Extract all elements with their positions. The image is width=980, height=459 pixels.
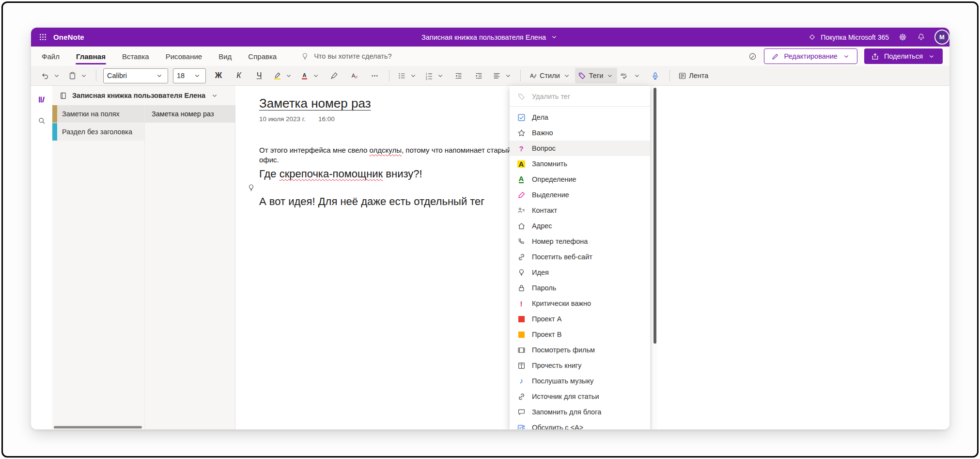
- share-button[interactable]: Поделиться: [864, 48, 943, 64]
- bullet-list-button[interactable]: [394, 68, 420, 83]
- notebook-title-dropdown[interactable]: Записная книжка пользователя Елена: [421, 32, 559, 42]
- ribbon-tab-row: ФайлГлавнаяВставкаРисованиеВидСправка Чт…: [31, 47, 949, 66]
- film-icon: [516, 345, 526, 355]
- section-color-bar: [52, 105, 57, 123]
- scrollbar-thumb[interactable]: [653, 88, 656, 344]
- tell-me-search[interactable]: Что вы хотите сделать?: [300, 51, 391, 61]
- tags-menu-item[interactable]: ?Вопрос: [510, 141, 650, 156]
- section-tab[interactable]: Раздел без заголовка: [52, 123, 144, 141]
- underline-button[interactable]: Ч: [249, 68, 269, 83]
- tags-menu-item-label: Проект A: [532, 315, 561, 323]
- tab-Вид[interactable]: Вид: [218, 51, 233, 62]
- tags-menu-item[interactable]: Важно: [510, 125, 650, 141]
- tags-menu-item-label: Номер телефона: [532, 237, 588, 245]
- dictate-button[interactable]: [645, 68, 665, 83]
- clear-formatting-button[interactable]: А: [344, 68, 364, 83]
- buy-label: Покупка Microsoft 365: [821, 33, 889, 41]
- tags-menu-item-label: Прочесть книгу: [532, 362, 581, 369]
- tags-menu-item[interactable]: Посмотреть фильм: [510, 342, 650, 358]
- tags-menu-list: ДелаВажно?ВопросAЗапомнитьAОпределениеВы…: [510, 110, 650, 429]
- font-size-select[interactable]: 18: [173, 68, 206, 83]
- tags-menu-item[interactable]: Пароль: [510, 280, 650, 296]
- indent-button[interactable]: [469, 68, 488, 83]
- tags-menu-item[interactable]: AЗапомнить: [510, 156, 650, 172]
- feed-icon: [677, 71, 687, 80]
- undo-button[interactable]: [38, 68, 64, 83]
- page-tab[interactable]: Заметка номер раз: [145, 105, 235, 123]
- toolbar-separator: [669, 70, 670, 81]
- spellcheck-button[interactable]: abc: [618, 68, 644, 83]
- numbered-list-button[interactable]: 123: [421, 68, 448, 83]
- buy-microsoft365-button[interactable]: Покупка Microsoft 365: [807, 32, 889, 42]
- page-title[interactable]: Заметка номер раз: [259, 96, 371, 111]
- align-button[interactable]: [489, 68, 515, 83]
- tab-Рисование[interactable]: Рисование: [165, 51, 203, 62]
- account-avatar[interactable]: М: [934, 30, 949, 45]
- tags-menu-item[interactable]: ♪Послушать музыку: [510, 373, 650, 389]
- tags-menu-item[interactable]: Запомнить для блога: [510, 404, 650, 420]
- settings-gear-icon[interactable]: [898, 32, 907, 42]
- tags-menu-item[interactable]: !Критически важно: [510, 296, 650, 311]
- comment-icon: [516, 407, 526, 417]
- feed-button[interactable]: Лента: [675, 68, 711, 83]
- tab-Справка[interactable]: Справка: [247, 51, 278, 62]
- tags-menu-item[interactable]: AОпределение: [510, 172, 650, 187]
- tab-Главная[interactable]: Главная: [75, 51, 107, 62]
- highlighter-icon: [272, 71, 282, 80]
- tags-menu-item[interactable]: Адрес: [510, 218, 650, 234]
- tags-menu-item[interactable]: Идея: [510, 265, 650, 280]
- tags-menu-item-label: Выделение: [532, 191, 569, 199]
- highlighter-button[interactable]: [270, 68, 296, 83]
- definition-letter-icon: A: [516, 174, 526, 184]
- editing-mode-button[interactable]: Редактирование: [764, 48, 857, 64]
- tags-menu-item[interactable]: Проект A: [510, 311, 650, 327]
- tab-Файл[interactable]: Файл: [41, 51, 61, 62]
- styles-button-label: Стили: [540, 72, 560, 79]
- app-launcher-icon[interactable]: [38, 32, 47, 42]
- notifications-bell-icon[interactable]: [916, 32, 926, 42]
- tags-menu-item[interactable]: Проект B: [510, 327, 650, 342]
- search-icon[interactable]: [37, 116, 47, 126]
- align-icon: [492, 71, 501, 80]
- home-icon: [516, 221, 526, 231]
- horizontal-scrollbar[interactable]: [54, 426, 142, 428]
- notebooks-nav-icon[interactable]: [37, 95, 47, 104]
- tags-menu-item[interactable]: Обсудить с <A>: [510, 420, 650, 429]
- lightbulb-icon: [300, 51, 310, 61]
- tags-menu-item[interactable]: Посетить веб-сайт: [510, 249, 650, 265]
- toolbar-separator: [96, 70, 96, 81]
- note-paragraph[interactable]: От этого интерфейса мне свело олдскулы, …: [259, 145, 511, 165]
- tags-menu-item-label: Пароль: [532, 284, 556, 292]
- tags-menu-item[interactable]: Контакт: [510, 203, 650, 218]
- square-icon: [516, 314, 526, 324]
- outdent-button[interactable]: [449, 68, 468, 83]
- font-color-button[interactable]: А: [297, 68, 323, 83]
- paste-button[interactable]: [65, 68, 91, 83]
- font-family-select[interactable]: Calibri: [103, 68, 168, 83]
- star-icon: [516, 128, 526, 138]
- bold-button[interactable]: Ж: [209, 68, 228, 83]
- more-options-button[interactable]: [365, 68, 384, 83]
- styles-button[interactable]: АСтили: [526, 68, 574, 83]
- tags-menu-item[interactable]: Источник для статьи: [510, 389, 650, 404]
- remove-tag-label: Удалить тег: [532, 93, 570, 100]
- notebook-header[interactable]: Записная книжка пользователя Елена: [52, 86, 235, 105]
- tags-menu-item[interactable]: Дела: [510, 110, 650, 125]
- chevron-down-icon: [192, 71, 202, 80]
- idea-tag-icon[interactable]: [246, 183, 256, 192]
- remove-tag-item[interactable]: Удалить тег: [510, 89, 650, 104]
- tags-menu-item-label: Посмотреть фильм: [532, 346, 595, 354]
- tags-menu-item[interactable]: Прочесть книгу: [510, 358, 650, 373]
- tags-button[interactable]: Теги: [575, 68, 618, 83]
- tags-menu-item[interactable]: Выделение: [510, 187, 650, 203]
- tab-Вставка[interactable]: Вставка: [121, 51, 150, 62]
- tags-button-label: Теги: [589, 72, 604, 79]
- tags-menu-item[interactable]: Номер телефона: [510, 234, 650, 249]
- tell-me-placeholder: Что вы хотите сделать?: [314, 52, 391, 60]
- editor-icon[interactable]: [747, 51, 757, 61]
- format-painter-button[interactable]: [324, 68, 343, 83]
- section-tab[interactable]: Заметки на полях: [52, 105, 144, 123]
- tags-menu-scrollbar[interactable]: [652, 86, 657, 429]
- tags-dropdown-menu: Удалить тег ДелаВажно?ВопросAЗапомнитьAО…: [510, 86, 650, 429]
- italic-button[interactable]: К: [229, 68, 249, 83]
